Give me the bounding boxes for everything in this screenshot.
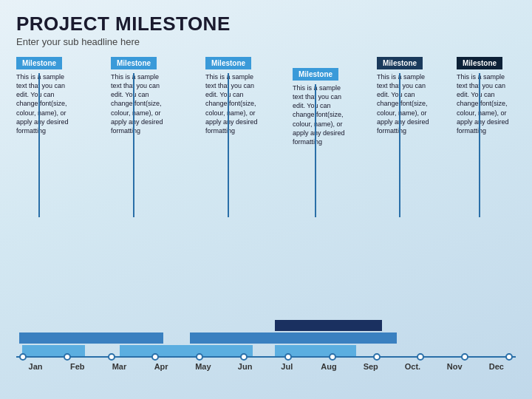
dot-feb xyxy=(64,353,71,361)
title: PROJECT MILESTONE xyxy=(16,13,516,35)
milestone-6-text: This is a sample text that you can edit.… xyxy=(457,72,510,135)
bar-2 xyxy=(19,332,163,344)
milestone-1-label: Milestone xyxy=(16,57,62,69)
bar-6 xyxy=(312,332,397,344)
milestone-4-label: Milestone xyxy=(293,68,338,81)
month-dec: Dec xyxy=(477,362,516,371)
milestone-3-label: Milestone xyxy=(205,57,251,69)
milestone-5: Milestone This is a sample text that you… xyxy=(377,55,430,135)
milestone-6: Milestone This is a sample text that you… xyxy=(457,55,510,135)
dot-nov xyxy=(461,353,468,361)
dots-row xyxy=(16,353,516,361)
milestone-1: Milestone This is a sample text that you… xyxy=(16,55,69,135)
gantt-bars xyxy=(16,297,516,356)
month-aug: Aug xyxy=(310,362,348,371)
dot-oct xyxy=(417,353,424,361)
month-apr: Apr xyxy=(142,362,180,371)
dot-jul xyxy=(284,353,292,361)
month-oct: Oct. xyxy=(393,362,432,371)
month-jul: Jul xyxy=(267,362,306,371)
slide: PROJECT MILESTONE Enter your sub headlin… xyxy=(0,0,532,399)
month-may: May xyxy=(184,362,222,371)
month-jun: Jun xyxy=(226,362,265,371)
bar-5 xyxy=(275,320,382,331)
chart-area: Milestone This is a sample text that you… xyxy=(16,55,516,371)
milestone-5-label: Milestone xyxy=(377,57,423,69)
milestone-2-label: Milestone xyxy=(111,57,157,69)
milestone-3-text: This is a sample text that you can edit.… xyxy=(205,72,259,135)
month-feb: Feb xyxy=(58,362,97,371)
months-row: Jan Feb Mar Apr May Jun Jul Aug Sep Oct.… xyxy=(16,362,516,371)
dot-apr xyxy=(151,353,159,361)
subtitle: Enter your sub headline here xyxy=(16,36,516,47)
dot-jan xyxy=(19,353,27,361)
milestone-6-label: Milestone xyxy=(457,57,502,69)
dot-mar xyxy=(108,353,115,361)
milestone-5-text: This is a sample text that you can edit.… xyxy=(377,72,430,135)
milestone-2-text: This is a sample text that you can edit.… xyxy=(111,72,164,135)
month-jan: Jan xyxy=(16,362,55,371)
month-nov: Nov xyxy=(435,362,474,371)
dot-aug xyxy=(329,353,336,361)
dot-dec xyxy=(505,353,513,361)
month-mar: Mar xyxy=(100,362,138,371)
month-sep: Sep xyxy=(352,362,390,371)
milestone-1-text: This is a sample text that you can edit.… xyxy=(16,72,69,135)
dot-jun xyxy=(240,353,248,361)
dot-sep xyxy=(373,353,381,361)
milestone-4-text: This is a sample text that you can edit.… xyxy=(293,83,346,146)
milestone-4: Milestone This is a sample text that you… xyxy=(293,66,346,146)
milestone-2: Milestone This is a sample text that you… xyxy=(111,55,164,135)
milestone-3: Milestone This is a sample text that you… xyxy=(205,55,259,135)
bar-4 xyxy=(190,332,312,344)
dot-may xyxy=(196,353,203,361)
